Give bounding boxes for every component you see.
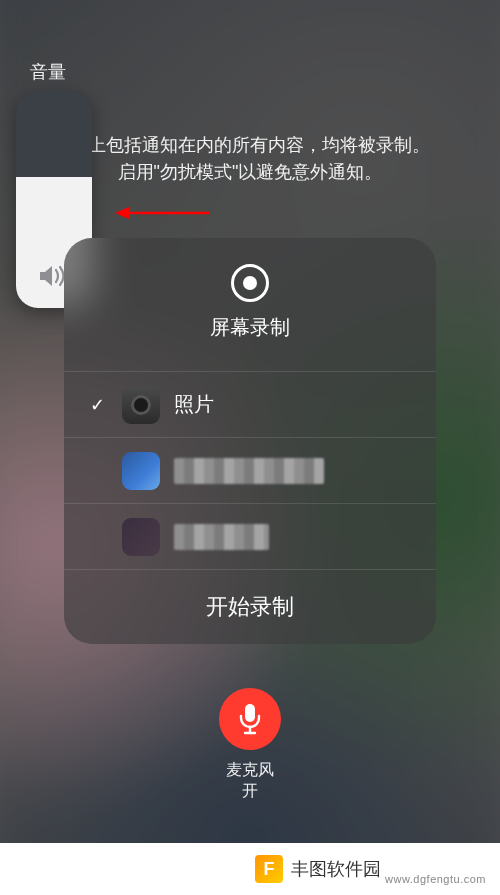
microphone-section: 麦克风 开 [0,688,500,802]
screen-record-panel: 屏幕录制 ✓ 照片 开始录制 [64,238,436,644]
app-icon [122,518,160,556]
panel-title: 屏幕录制 [210,314,290,341]
mic-label-2: 开 [226,781,274,802]
check-icon: ✓ [86,394,108,416]
photos-app-icon [122,386,160,424]
record-icon [231,264,269,302]
item-label: 照片 [174,391,214,418]
destination-list: ✓ 照片 [64,371,436,570]
microphone-label: 麦克风 开 [226,760,274,802]
watermark-logo-icon: F [255,855,283,883]
panel-header: 屏幕录制 [64,264,436,341]
watermark-url: www.dgfengtu.com [385,873,486,885]
start-recording-button[interactable]: 开始录制 [64,570,436,644]
redacted-label [174,458,324,484]
start-label: 开始录制 [206,592,294,622]
redacted-label [174,524,269,550]
microphone-icon [237,702,263,736]
volume-label: 音量 [30,60,66,84]
microphone-toggle-button[interactable] [219,688,281,750]
list-item[interactable] [64,504,436,570]
svg-rect-2 [245,704,255,722]
watermark-brand: 丰图软件园 [291,857,381,881]
watermark-bar: F 丰图软件园 www.dgfengtu.com [0,843,500,895]
list-item[interactable] [64,438,436,504]
list-item[interactable]: ✓ 照片 [64,372,436,438]
app-icon [122,452,160,490]
mic-label-1: 麦克风 [226,760,274,781]
